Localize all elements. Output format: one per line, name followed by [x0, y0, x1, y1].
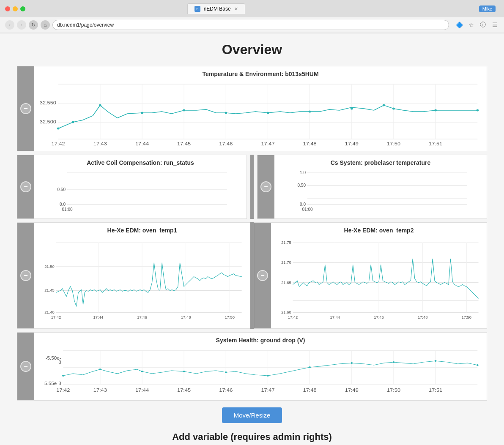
collapse-icon-5[interactable]: − — [257, 270, 268, 281]
active-coil-handle[interactable]: − — [17, 155, 34, 218]
svg-text:17:48: 17:48 — [418, 315, 428, 319]
bookmark-icon[interactable]: ☆ — [467, 21, 475, 29]
svg-point-106 — [267, 375, 269, 377]
address-bar[interactable]: db.nedm1/page/overview — [52, 20, 449, 30]
system-health-chart-inner: System Health: ground drop (V) -5.50e- 8… — [34, 333, 487, 400]
active-coil-chart-inner: Active Coil Compensation: run_status 0.5… — [34, 155, 247, 218]
svg-point-109 — [393, 361, 395, 363]
svg-text:17:46: 17:46 — [137, 315, 147, 319]
add-variable-section: Add variable (requires admin rights) Act… — [17, 431, 487, 445]
svg-text:17:50: 17:50 — [387, 141, 400, 147]
collapse-icon-4[interactable]: − — [20, 270, 31, 281]
hexe-oven2-chart-inner: He-Xe EDM: oven_temp2 21.75 21.70 21.65 … — [271, 223, 487, 328]
move-resize-button[interactable]: Move/Resize — [222, 407, 282, 423]
svg-text:32.550: 32.550 — [40, 100, 57, 106]
svg-point-24 — [383, 104, 385, 106]
nav-bar: ‹ › ↻ ⌂ db.nedm1/page/overview 🔷 ☆ ⓘ ☰ — [0, 17, 504, 33]
url-text: db.nedm1/page/overview — [57, 22, 114, 28]
browser-chrome: n nEDM Base ✕ Mike ‹ › ↻ ⌂ db.nedm1/page… — [0, 0, 504, 33]
reload-button[interactable]: ↻ — [29, 20, 38, 30]
add-variable-title: Add variable (requires admin rights) — [17, 431, 487, 442]
hexe-oven2-svg: 21.75 21.70 21.65 21.60 17:42 17:44 17:4… — [275, 236, 482, 325]
page-content: Overview − Temperature & Environment: b0… — [0, 33, 504, 445]
svg-text:17:44: 17:44 — [135, 388, 149, 393]
tab-bar: n nEDM Base ✕ — [182, 3, 342, 14]
svg-text:17:51: 17:51 — [429, 388, 442, 393]
temp-env-chart-inner: Temperature & Environment: b013s5HUM 32.… — [34, 66, 487, 151]
svg-text:17:51: 17:51 — [429, 141, 442, 147]
hexe-oven1-handle[interactable]: − — [17, 223, 34, 328]
collapse-icon-6[interactable]: − — [20, 361, 31, 372]
svg-text:17:42: 17:42 — [288, 315, 298, 319]
nav-icons: 🔷 ☆ ⓘ ☰ — [455, 21, 499, 29]
system-health-panel: − System Health: ground drop (V) -5.50e-… — [17, 332, 487, 401]
close-button[interactable] — [5, 6, 10, 11]
temp-env-title: Temperature & Environment: b013s5HUM — [38, 71, 482, 77]
svg-point-103 — [141, 371, 143, 372]
svg-text:17:48: 17:48 — [181, 315, 191, 319]
hexe-oven2-handle[interactable]: − — [254, 223, 271, 328]
svg-point-105 — [225, 371, 227, 373]
svg-text:17:44: 17:44 — [330, 315, 340, 319]
collapse-icon[interactable]: − — [20, 103, 31, 114]
svg-text:17:43: 17:43 — [93, 141, 107, 147]
svg-text:01:00: 01:00 — [302, 207, 312, 212]
maximize-button[interactable] — [20, 6, 25, 11]
menu-icon[interactable]: ☰ — [490, 21, 499, 29]
svg-text:01:00: 01:00 — [62, 207, 72, 212]
svg-text:17:47: 17:47 — [261, 388, 274, 393]
svg-point-104 — [183, 371, 185, 372]
svg-text:21.40: 21.40 — [44, 310, 55, 314]
svg-point-19 — [183, 109, 185, 112]
home-button[interactable]: ⌂ — [41, 20, 50, 30]
svg-text:0.50: 0.50 — [298, 183, 306, 188]
svg-point-110 — [435, 360, 437, 362]
forward-button[interactable]: › — [17, 20, 26, 30]
svg-text:17:47: 17:47 — [261, 141, 274, 147]
tab-close-icon[interactable]: ✕ — [234, 6, 238, 12]
collapse-icon-2[interactable]: − — [20, 181, 31, 192]
extension-icon[interactable]: 🔷 — [455, 21, 463, 29]
svg-text:21.65: 21.65 — [281, 280, 291, 285]
traffic-lights — [5, 6, 25, 11]
temp-env-svg: 32.550 32.500 17:42 17: — [38, 80, 482, 147]
svg-point-26 — [434, 109, 437, 112]
svg-text:1.0: 1.0 — [300, 170, 306, 175]
system-health-handle[interactable]: − — [17, 333, 34, 400]
svg-point-27 — [476, 109, 479, 112]
svg-point-21 — [267, 112, 269, 114]
tab-favicon: n — [194, 6, 200, 12]
back-button[interactable]: ‹ — [5, 20, 14, 30]
info-icon[interactable]: ⓘ — [479, 21, 487, 29]
cs-system-handle[interactable]: − — [257, 155, 274, 218]
svg-text:17:50: 17:50 — [387, 388, 400, 393]
svg-text:17:46: 17:46 — [219, 141, 233, 147]
svg-point-22 — [309, 111, 311, 113]
svg-point-108 — [351, 362, 353, 364]
svg-text:17:48: 17:48 — [303, 388, 317, 393]
svg-text:17:45: 17:45 — [177, 388, 191, 393]
svg-text:17:42: 17:42 — [52, 141, 65, 147]
browser-tab[interactable]: n nEDM Base ✕ — [187, 3, 245, 14]
svg-text:0.0: 0.0 — [300, 202, 306, 207]
svg-text:21.60: 21.60 — [281, 310, 291, 314]
temp-env-handle[interactable]: − — [17, 66, 34, 151]
svg-text:17:44: 17:44 — [93, 315, 104, 319]
svg-text:8: 8 — [58, 360, 61, 365]
svg-point-101 — [62, 375, 64, 377]
col-divider — [250, 155, 254, 219]
temp-env-panel: − Temperature & Environment: b013s5HUM — [17, 66, 487, 151]
cs-system-svg: 1.0 0.50 0.0 01:00 — [279, 169, 482, 215]
svg-text:17:46: 17:46 — [219, 388, 233, 393]
svg-text:-5.55e-8: -5.55e-8 — [43, 381, 61, 386]
collapse-icon-3[interactable]: − — [260, 181, 271, 192]
active-coil-title: Active Coil Compensation: run_status — [38, 159, 242, 166]
hexe-oven1-svg: 21.50 21.45 21.40 17:42 17:44 17:46 17:4… — [38, 236, 246, 325]
tab-title: nEDM Base — [204, 6, 231, 12]
svg-text:32.500: 32.500 — [40, 119, 57, 125]
hexe-oven2-title: He-Xe EDM: oven_temp2 — [275, 227, 482, 234]
minimize-button[interactable] — [13, 6, 18, 11]
svg-text:0.0: 0.0 — [60, 202, 66, 207]
title-bar: n nEDM Base ✕ Mike — [0, 0, 504, 17]
svg-text:17:43: 17:43 — [93, 388, 107, 393]
